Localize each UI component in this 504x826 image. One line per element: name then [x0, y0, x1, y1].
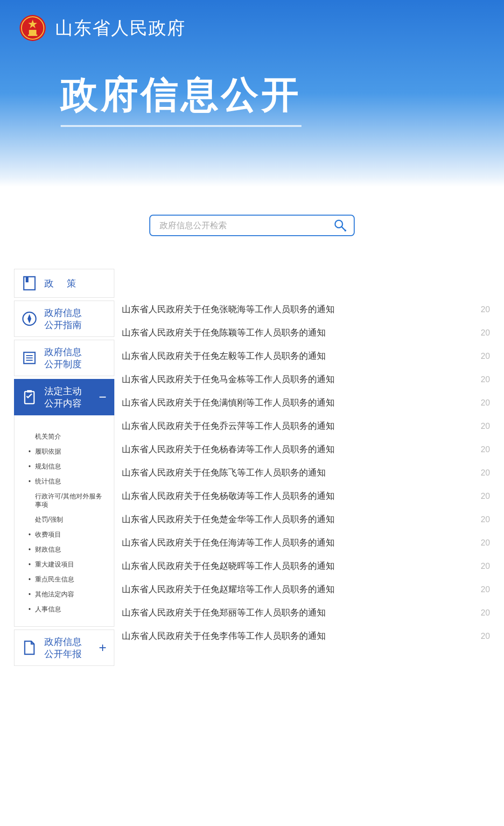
sidebar-subitem[interactable]: 处罚/强制: [28, 512, 105, 527]
collapse-icon: −: [98, 390, 107, 405]
notice-date: 20: [481, 445, 490, 455]
notice-row[interactable]: 山东省人民政府关于任免赵耀培等工作人员职务的通知20: [122, 578, 490, 601]
notice-row[interactable]: 山东省人民政府关于任免李伟等工作人员职务的通知20: [122, 624, 490, 648]
doc-bookmark-icon: [21, 275, 38, 292]
notice-title: 山东省人民政府关于任免赵晓晖等工作人员职务的通知: [122, 560, 335, 572]
notice-title: 山东省人民政府关于任免杨春涛等工作人员职务的通知: [122, 443, 335, 455]
search-input[interactable]: [160, 221, 332, 231]
notice-list: 山东省人民政府关于任免张晓海等工作人员职务的通知20山东省人民政府关于任免陈颖等…: [122, 269, 490, 669]
notice-title: 山东省人民政府关于任免满慎刚等工作人员职务的通知: [122, 397, 335, 409]
notice-date: 20: [481, 561, 490, 571]
svg-rect-3: [29, 30, 36, 35]
svg-rect-8: [24, 277, 35, 290]
sidebar-item-statutory[interactable]: 法定主动 公开内容−: [14, 379, 114, 415]
clipboard-icon: [21, 389, 38, 406]
notice-row[interactable]: 山东省人民政府关于任免陈飞等工作人员职务的通知20: [122, 461, 490, 484]
sidebar-subitem[interactable]: 重点民生信息: [28, 572, 105, 587]
svg-point-0: [20, 15, 46, 41]
hero-banner: 山东省人民政府 政府信息公开: [0, 0, 504, 187]
sidebar-item-label: 政策: [44, 277, 107, 289]
sidebar-item-system[interactable]: 政府信息 公开制度: [14, 340, 114, 376]
sidebar-item-annual[interactable]: 政府信息 公开年报+: [14, 630, 114, 666]
svg-point-7: [344, 230, 346, 231]
notice-title: 山东省人民政府关于任免张晓海等工作人员职务的通知: [122, 303, 335, 315]
svg-marker-11: [28, 314, 31, 323]
notice-date: 20: [481, 421, 490, 431]
notice-row[interactable]: 山东省人民政府关于任免张晓海等工作人员职务的通知20: [122, 298, 490, 321]
sidebar-subitem[interactable]: 规划信息: [28, 459, 105, 474]
search-box: [149, 215, 355, 236]
notice-date: 20: [481, 491, 490, 501]
national-emblem-icon: [19, 14, 47, 42]
sidebar-subitem[interactable]: 重大建设项目: [28, 557, 105, 572]
notice-date: 20: [481, 538, 490, 548]
notice-date: 20: [481, 515, 490, 525]
site-name: 山东省人民政府: [55, 16, 186, 40]
notice-date: 20: [481, 398, 490, 408]
notice-date: 20: [481, 351, 490, 361]
notice-title: 山东省人民政府关于任免楚金华等工作人员职务的通知: [122, 513, 335, 525]
notice-title: 山东省人民政府关于任免陈颖等工作人员职务的通知: [122, 327, 326, 339]
sidebar: 政策政府信息 公开指南政府信息 公开制度法定主动 公开内容−机关简介履职依据规划…: [14, 269, 114, 669]
notice-title: 山东省人民政府关于任免乔云萍等工作人员职务的通知: [122, 420, 335, 432]
sidebar-subitem[interactable]: 收费项目: [28, 527, 105, 542]
notice-title: 山东省人民政府关于任免杨敬涛等工作人员职务的通知: [122, 490, 335, 502]
notice-row[interactable]: 山东省人民政府关于任免陈颖等工作人员职务的通知20: [122, 321, 490, 344]
sidebar-item-label: 政府信息 公开制度: [44, 346, 107, 370]
notice-date: 20: [481, 468, 490, 478]
notice-row[interactable]: 山东省人民政府关于任免满慎刚等工作人员职务的通知20: [122, 391, 490, 414]
list-doc-icon: [21, 350, 38, 366]
sidebar-subitem[interactable]: 其他法定内容: [28, 587, 105, 602]
notice-title: 山东省人民政府关于任免任海涛等工作人员职务的通知: [122, 537, 335, 549]
notice-date: 20: [481, 328, 490, 338]
notice-date: 20: [481, 305, 490, 315]
expand-icon: +: [98, 640, 107, 655]
notice-row[interactable]: 山东省人民政府关于任免郑丽等工作人员职务的通知20: [122, 601, 490, 624]
notice-title: 山东省人民政府关于任免左毅等工作人员职务的通知: [122, 350, 326, 362]
sidebar-subitem[interactable]: 行政许可/其他对外服务事项: [28, 489, 105, 512]
sidebar-item-label: 法定主动 公开内容: [44, 385, 91, 409]
sidebar-subitem[interactable]: 人事信息: [28, 602, 105, 617]
notice-row[interactable]: 山东省人民政府关于任免任海涛等工作人员职务的通知20: [122, 531, 490, 554]
sidebar-item-policy[interactable]: 政策: [14, 269, 114, 298]
notice-title: 山东省人民政府关于任免陈飞等工作人员职务的通知: [122, 467, 326, 479]
notice-date: 20: [481, 608, 490, 618]
svg-rect-16: [25, 392, 34, 404]
sidebar-item-label: 政府信息 公开年报: [44, 636, 91, 660]
search-icon: [333, 218, 347, 232]
notice-title: 山东省人民政府关于任免赵耀培等工作人员职务的通知: [122, 583, 335, 595]
notice-row[interactable]: 山东省人民政府关于任免马金栋等工作人员职务的通知20: [122, 368, 490, 391]
svg-rect-9: [26, 277, 28, 282]
notice-date: 20: [481, 585, 490, 595]
doc-fold-icon: [21, 639, 38, 656]
sidebar-item-label: 政府信息 公开指南: [44, 307, 107, 331]
notice-row[interactable]: 山东省人民政府关于任免乔云萍等工作人员职务的通知20: [122, 414, 490, 438]
sidebar-subitem[interactable]: 统计信息: [28, 474, 105, 489]
site-brand: 山东省人民政府: [19, 14, 504, 42]
notice-row[interactable]: 山东省人民政府关于任免楚金华等工作人员职务的通知20: [122, 508, 490, 531]
search-button[interactable]: [332, 217, 348, 233]
notice-row[interactable]: 山东省人民政府关于任免赵晓晖等工作人员职务的通知20: [122, 554, 490, 578]
notice-title: 山东省人民政府关于任免马金栋等工作人员职务的通知: [122, 373, 335, 385]
svg-line-6: [342, 227, 345, 230]
notice-row[interactable]: 山东省人民政府关于任免杨敬涛等工作人员职务的通知20: [122, 484, 490, 508]
main-content: 政策政府信息 公开指南政府信息 公开制度法定主动 公开内容−机关简介履职依据规划…: [0, 269, 504, 669]
sidebar-subitem[interactable]: 财政信息: [28, 542, 105, 557]
notice-row[interactable]: 山东省人民政府关于任免左毅等工作人员职务的通知20: [122, 344, 490, 368]
compass-icon: [21, 310, 38, 327]
notice-row[interactable]: 山东省人民政府关于任免杨春涛等工作人员职务的通知20: [122, 438, 490, 461]
sidebar-subitem[interactable]: 履职依据: [28, 444, 105, 459]
search-row: [0, 187, 504, 269]
sidebar-subitem[interactable]: 机关简介: [28, 429, 105, 444]
sidebar-sublist: 机关简介履职依据规划信息统计信息行政许可/其他对外服务事项处罚/强制收费项目财政…: [14, 415, 114, 627]
hero-title: 政府信息公开: [61, 70, 301, 127]
svg-rect-4: [28, 35, 37, 36]
svg-rect-17: [27, 390, 32, 392]
notice-title: 山东省人民政府关于任免郑丽等工作人员职务的通知: [122, 607, 326, 619]
notice-title: 山东省人民政府关于任免李伟等工作人员职务的通知: [122, 630, 326, 642]
notice-date: 20: [481, 631, 490, 641]
notice-date: 20: [481, 375, 490, 385]
sidebar-item-guide[interactable]: 政府信息 公开指南: [14, 301, 114, 337]
